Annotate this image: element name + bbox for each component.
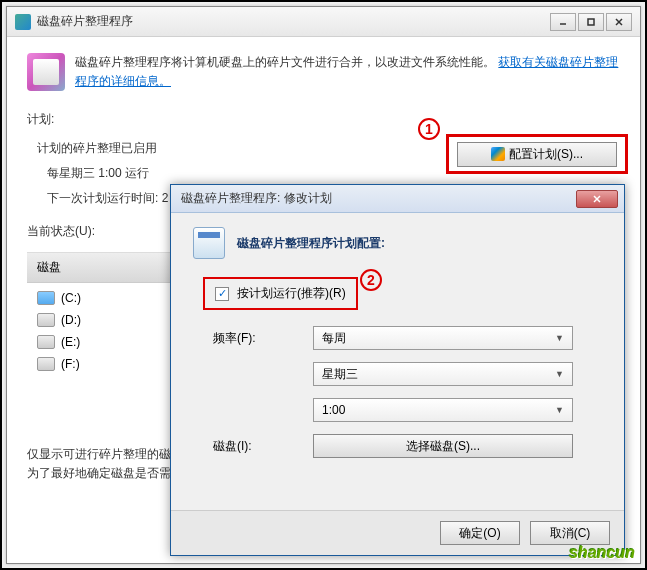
annotation-2: 2 — [360, 269, 382, 291]
dialog-titlebar: 磁盘碎片整理程序: 修改计划 — [171, 185, 624, 213]
dialog-footer: 确定(O) 取消(C) — [171, 510, 624, 555]
configure-schedule-button[interactable]: 配置计划(S)... — [457, 142, 617, 167]
disk-select-row: 磁盘(I): 选择磁盘(S)... — [213, 434, 602, 458]
drive-icon — [37, 291, 55, 305]
time-row: 1:00 ▼ — [213, 398, 602, 422]
checkbox-label: 按计划运行(推荐)(R) — [237, 285, 346, 302]
dialog-title: 磁盘碎片整理程序: 修改计划 — [177, 190, 576, 207]
dialog-heading: 磁盘碎片整理程序计划配置: — [237, 235, 385, 252]
drive-icon — [37, 357, 55, 371]
window-controls — [550, 13, 632, 31]
cancel-button[interactable]: 取消(C) — [530, 521, 610, 545]
defrag-icon — [27, 53, 65, 91]
select-disks-button[interactable]: 选择磁盘(S)... — [313, 434, 573, 458]
drive-icon — [37, 335, 55, 349]
watermark: shancun — [569, 544, 635, 562]
disk-select-label: 磁盘(I): — [213, 438, 313, 455]
ok-button[interactable]: 确定(O) — [440, 521, 520, 545]
frequency-row: 频率(F): 每周 ▼ — [213, 326, 602, 350]
frequency-combo[interactable]: 每周 ▼ — [313, 326, 573, 350]
svg-rect-1 — [588, 19, 594, 25]
chevron-down-icon: ▼ — [555, 333, 564, 343]
dialog-body: 磁盘碎片整理程序计划配置: ✓ 按计划运行(推荐)(R) 频率(F): 每周 ▼… — [171, 213, 624, 484]
bottom-note: 仅显示可进行碎片整理的磁 为了最好地确定磁盘是否需 — [27, 445, 171, 483]
dialog-close-button[interactable] — [576, 190, 618, 208]
info-row: 磁盘碎片整理程序将计算机硬盘上的碎片文件进行合并，以改进文件系统性能。 获取有关… — [27, 53, 620, 91]
shield-icon — [491, 147, 505, 161]
app-icon — [15, 14, 31, 30]
dialog-header-row: 磁盘碎片整理程序计划配置: — [193, 227, 602, 259]
annotation-1: 1 — [418, 118, 440, 140]
drive-icon — [37, 313, 55, 327]
run-on-schedule-checkbox[interactable]: ✓ — [215, 287, 229, 301]
checkbox-highlight: ✓ 按计划运行(推荐)(R) — [203, 277, 358, 310]
modify-schedule-dialog: 磁盘碎片整理程序: 修改计划 磁盘碎片整理程序计划配置: ✓ 按计划运行(推荐)… — [170, 184, 625, 556]
main-titlebar: 磁盘碎片整理程序 — [7, 7, 640, 37]
maximize-button[interactable] — [578, 13, 604, 31]
schedule-label: 计划: — [27, 111, 620, 128]
info-description: 磁盘碎片整理程序将计算机硬盘上的碎片文件进行合并，以改进文件系统性能。 — [75, 55, 495, 69]
calendar-icon — [193, 227, 225, 259]
main-title: 磁盘碎片整理程序 — [37, 13, 550, 30]
day-row: 星期三 ▼ — [213, 362, 602, 386]
chevron-down-icon: ▼ — [555, 405, 564, 415]
info-text: 磁盘碎片整理程序将计算机硬盘上的碎片文件进行合并，以改进文件系统性能。 获取有关… — [75, 53, 620, 91]
day-combo[interactable]: 星期三 ▼ — [313, 362, 573, 386]
chevron-down-icon: ▼ — [555, 369, 564, 379]
time-combo[interactable]: 1:00 ▼ — [313, 398, 573, 422]
minimize-button[interactable] — [550, 13, 576, 31]
frequency-label: 频率(F): — [213, 330, 313, 347]
close-button[interactable] — [606, 13, 632, 31]
config-button-highlight: 配置计划(S)... — [446, 134, 628, 174]
